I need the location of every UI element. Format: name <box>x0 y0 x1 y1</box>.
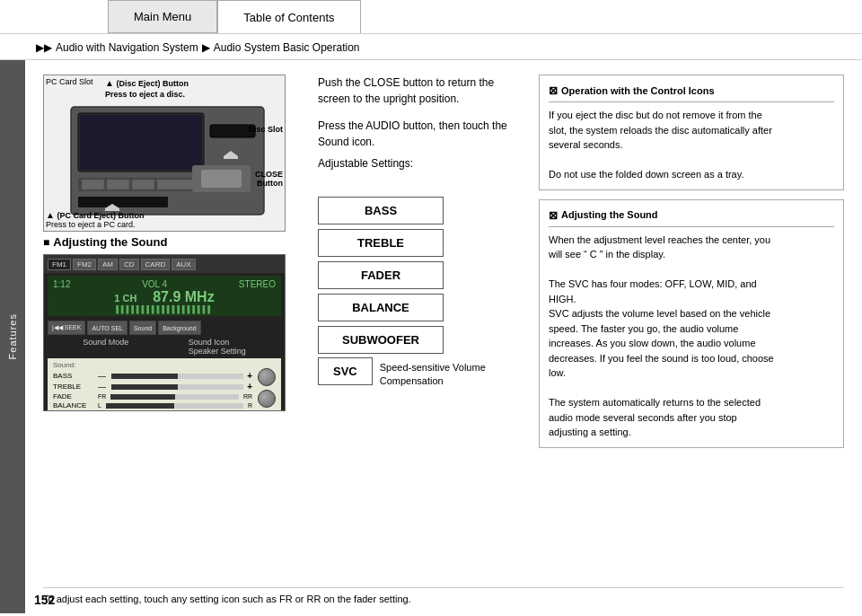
treble-setting: TREBLE — + <box>53 382 252 392</box>
main-content: Features <box>0 60 862 613</box>
settings-list: Sound: BASS — + <box>53 361 252 411</box>
display-vol: VOL 4 <box>142 279 167 289</box>
breadcrumb-arrows: ▶▶ <box>36 41 52 54</box>
left-column: PC Card Slot ▲ (Disc Eject) ButtonPress … <box>43 75 303 578</box>
tab-fm1: FM1 <box>48 259 71 270</box>
info-box-2-line12: The system automatically returns to the … <box>549 395 834 410</box>
audio-label-row: Sound Mode Sound IconSpeaker Setting <box>44 337 285 356</box>
knob1 <box>258 368 276 386</box>
display-freq-main: 1 CH 87.9 MHz <box>53 289 276 305</box>
svg-rect-6 <box>107 180 129 189</box>
info-box-2-line10: low. <box>549 365 834 381</box>
page-content: PC Card Slot ▲ (Disc Eject) ButtonPress … <box>25 60 862 613</box>
display-ch: 1 CH <box>114 293 136 304</box>
three-column-layout: PC Card Slot ▲ (Disc Eject) ButtonPress … <box>43 75 844 578</box>
close-button-label: CLOSEButton <box>255 170 283 188</box>
display-stereo: STEREO <box>239 279 276 289</box>
btn-seek[interactable]: |◀◀ SEEK <box>48 321 85 335</box>
adjustable-settings-label: Adjustable Settings: <box>318 157 524 170</box>
breadcrumb-arrow2: ▶ <box>202 41 210 54</box>
top-navigation: Main Menu Table of Contents <box>0 0 862 34</box>
svg-rect-9 <box>78 197 168 207</box>
bass-setting: BASS — + <box>53 371 252 381</box>
audio-unit-image: FM1 FM2 AM CD CARD AUX 1:12 VOL 4 STEREO <box>43 254 286 411</box>
info-box-2-title: Adjusting the Sound <box>549 207 834 227</box>
info-box-2-line2: will see “ C ” in the display. <box>549 247 834 262</box>
info-box-2-line7: speed. The faster you go, the audio volu… <box>549 321 834 337</box>
page-number: 152 <box>34 593 55 607</box>
info-box-2-line5: HIGH. <box>549 292 834 307</box>
breadcrumb-part1: Audio with Navigation System <box>56 41 198 54</box>
tab-cd: CD <box>119 259 139 270</box>
info-box-1-line2: slot, the system reloads the disc automa… <box>549 123 834 138</box>
fader-button: FADER <box>318 261 444 289</box>
balance-bar <box>106 403 243 409</box>
disc-slot-label: Disc Slot <box>248 125 283 134</box>
info-box-2: Adjusting the Sound When the adjustment … <box>539 199 844 448</box>
bass-button: BASS <box>318 197 444 224</box>
tab-fm2: FM2 <box>73 259 96 270</box>
info-box-2-line13: audio mode several seconds after you sto… <box>549 410 834 426</box>
svg-rect-11 <box>201 170 242 188</box>
display-freq: 87.9 MHz <box>153 289 214 304</box>
svc-description: Speed-sensitive Volume Compensation <box>380 357 524 389</box>
info-box-2-line8: increases. As you slow down, the audio v… <box>549 336 834 351</box>
device-image: PC Card Slot ▲ (Disc Eject) ButtonPress … <box>43 75 286 232</box>
bass-bar <box>111 374 243 379</box>
fade-bar <box>110 394 239 400</box>
btn-sound[interactable]: Sound <box>129 321 156 335</box>
subwoofer-setting: SUB-WOOFER — + <box>53 410 252 411</box>
balance-button: BALANCE <box>318 294 444 321</box>
knob-area <box>258 361 276 411</box>
svg-rect-2 <box>80 115 202 170</box>
subwoofer-button: SUBWOOFER <box>318 326 444 354</box>
treble-bar <box>111 384 243 390</box>
disc-eject-label: ▲ (Disc Eject) ButtonPress to eject a di… <box>105 77 189 100</box>
middle-column: Push the CLOSE button to return the scre… <box>318 75 524 578</box>
audio-tabs-bar: FM1 FM2 AM CD CARD AUX <box>44 255 285 273</box>
info-box-2-line14: adjusting a setting. <box>549 425 834 440</box>
adjusting-sound-title: Adjusting the Sound <box>43 235 303 249</box>
info-box-1-line1: If you eject the disc but do not remove … <box>549 108 834 123</box>
press-audio-text: Press the AUDIO button, then touch the S… <box>318 118 524 150</box>
svg-rect-7 <box>132 180 154 189</box>
label-sound-icon: Sound IconSpeaker Setting <box>189 338 246 356</box>
svg-rect-13 <box>224 156 238 159</box>
label-sound-mode: Sound Mode <box>83 338 128 356</box>
tab-am: AM <box>98 259 118 270</box>
left-sidebar: Features <box>0 60 25 613</box>
breadcrumb: ▶▶ Audio with Navigation System ▶ Audio … <box>0 34 862 60</box>
info-box-1: Operation with the Control Icons If you … <box>539 75 844 190</box>
balance-setting: BALANCE L R <box>53 401 252 409</box>
main-menu-button[interactable]: Main Menu <box>108 0 217 33</box>
sound-buttons-list: BASS TREBLE FADER BALANCE SUBWOOFER <box>318 197 524 354</box>
pc-card-eject-label: ▲ (PC Card Eject) ButtonPress to eject a… <box>46 210 144 229</box>
info-box-1-title: Operation with the Control Icons <box>549 83 834 102</box>
tab-aux: AUX <box>172 259 195 270</box>
info-box-2-line6: SVC adjusts the volume level based on th… <box>549 306 834 321</box>
btn-background[interactable]: Background <box>158 321 200 335</box>
info-box-2-line9: decreases. If you feel the sound is too … <box>549 351 834 366</box>
treble-button: TREBLE <box>318 229 444 257</box>
right-column: Operation with the Control Icons If you … <box>539 75 844 578</box>
info-box-2-line1: When the adjustment level reaches the ce… <box>549 233 834 248</box>
tab-card: CARD <box>141 259 171 270</box>
svc-button: SVC <box>318 357 373 385</box>
btn-auto-sel[interactable]: AUTO SEL <box>87 321 128 335</box>
svc-row: SVC Speed-sensitive Volume Compensation <box>318 357 524 389</box>
pc-card-slot-label: PC Card Slot <box>46 77 93 88</box>
audio-settings-panel: Sound: BASS — + <box>48 358 281 411</box>
sidebar-label: Features <box>7 313 18 359</box>
audio-controls: |◀◀ SEEK AUTO SEL Sound Background <box>44 319 285 337</box>
info-box-1-line5: Do not use the folded down screen as a t… <box>549 167 834 182</box>
info-box-1-line3: several seconds. <box>549 137 834 153</box>
toc-button[interactable]: Table of Contents <box>217 0 360 33</box>
knob2 <box>258 390 276 408</box>
push-close-text: Push the CLOSE button to return the scre… <box>318 75 524 107</box>
display-time: 1:12 <box>53 279 70 289</box>
breadcrumb-part2: Audio System Basic Operation <box>214 41 360 54</box>
bottom-text: To adjust each setting, touch any settin… <box>43 587 844 604</box>
audio-display: 1:12 VOL 4 STEREO 1 CH 87.9 MHz ▌▌▌▌▌▌▌▌… <box>48 276 281 316</box>
svg-rect-5 <box>82 180 104 189</box>
display-bar: ▌▌▌▌▌▌▌▌▌▌▌▌▌▌▌▌▌▌▌ <box>53 305 276 313</box>
